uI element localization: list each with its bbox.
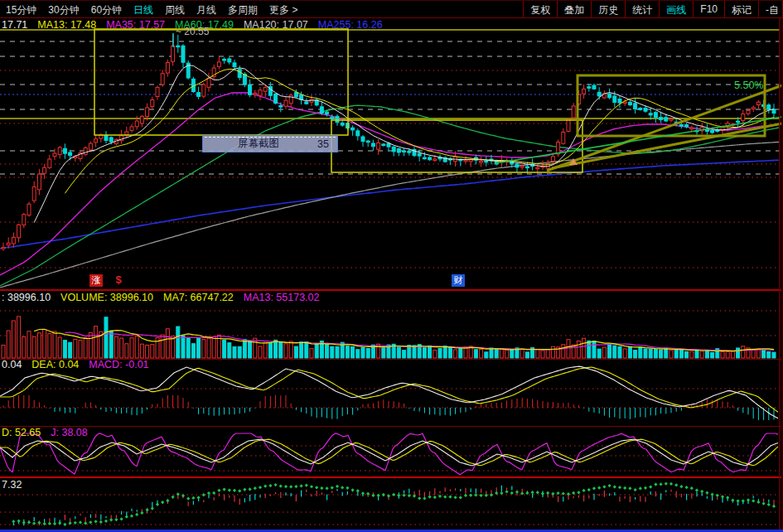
period-tab-1[interactable]: 30分钟 [48, 3, 79, 17]
toolbar-button-5[interactable]: F10 [693, 1, 724, 17]
kdj-pane [0, 433, 780, 475]
dea-label: DEA: 0.04 [31, 359, 79, 370]
toolbar-button-7[interactable]: -自 [758, 1, 783, 17]
chart-badge-0[interactable]: 涨 [89, 274, 103, 287]
grid-lines [0, 30, 780, 268]
custom-dots-pane [0, 482, 780, 526]
period-tab-4[interactable]: 周线 [165, 3, 185, 17]
macd-pane [0, 366, 780, 420]
fast-ma-lines [34, 65, 774, 223]
macd-indicator-row: 0.04 DEA: 0.04 MACD: -0.01 [2, 359, 149, 370]
chart-canvas [0, 0, 783, 532]
toolbar-button-1[interactable]: 叠加 [557, 1, 591, 17]
period-tabs: 15分钟30分钟60分钟日线周线月线多周期更多 > [0, 1, 297, 17]
toolbar-button-3[interactable]: 统计 [625, 1, 659, 17]
custom-indicator-row: 7.32 [2, 479, 22, 491]
chart-badge-2[interactable]: 财 [452, 274, 465, 287]
peak-prefix: ~ [176, 26, 181, 37]
kdj-j-label: J: 38.08 [51, 427, 87, 438]
period-tab-2[interactable]: 60分钟 [91, 3, 122, 17]
kdj-d-label: D: 52.65 [2, 427, 41, 438]
toolbar-button-2[interactable]: 历史 [591, 1, 625, 17]
kdj-indicator-row: D: 52.65 J: 38.08 [2, 427, 88, 438]
stock-app-window: { "toolbar": { "periods": [ {"label": "1… [0, 0, 783, 532]
tooltip-dashed-line [205, 137, 336, 138]
period-tab-3[interactable]: 日线 [133, 3, 153, 17]
toolbar: 15分钟30分钟60分钟日线周线月线多周期更多 > 复权叠加历史统计画线F10标… [0, 0, 783, 18]
volume-ma13-label: MA13: 55173.02 [244, 292, 320, 303]
percent-gain-label[interactable]: 5.50% [734, 80, 763, 91]
ma13-label: MA13: 17.48 [37, 19, 96, 31]
period-tab-5[interactable]: 月线 [196, 3, 216, 17]
volume-pane [0, 311, 780, 358]
toolbar-button-4[interactable]: 画线 [659, 1, 693, 17]
period-tab-7[interactable]: 更多 > [269, 3, 297, 17]
ma255-label: MA255: 16.26 [318, 19, 383, 31]
ma-lines [0, 93, 779, 288]
toolbar-buttons: 复权叠加历史统计画线F10标记-自 [523, 1, 783, 17]
ma120-label: MA120: 17.07 [244, 19, 308, 31]
volume-ma7-label: MA7: 66747.22 [163, 292, 234, 303]
peak-price-label: ~ 20.55 [176, 26, 209, 37]
period-tab-0[interactable]: 15分钟 [6, 3, 36, 17]
toolbar-button-6[interactable]: 标记 [724, 1, 758, 17]
tooltip-value: 35 [317, 138, 329, 150]
ma35-label: MA35: 17.57 [106, 19, 165, 31]
dif-value: 0.04 [2, 359, 22, 370]
custom-value: 7.32 [2, 479, 22, 491]
tooltip-label: 屏幕截图 [238, 137, 279, 151]
volume-value: : 38996.10 [2, 292, 51, 303]
volume-label: VOLUME: 38996.10 [60, 292, 153, 303]
peak-value: 20.55 [184, 26, 209, 37]
price-value: 17.71 [2, 19, 27, 31]
macd-label: MACD: -0.01 [89, 359, 148, 370]
chart-badge-1[interactable]: $ [112, 273, 125, 286]
screenshot-tooltip[interactable]: 屏幕截图 35 [202, 135, 338, 152]
volume-indicator-row: : 38996.10 VOLUME: 38996.10 MA7: 66747.2… [2, 292, 320, 303]
period-tab-6[interactable]: 多周期 [228, 3, 258, 17]
toolbar-button-0[interactable]: 复权 [523, 1, 557, 17]
